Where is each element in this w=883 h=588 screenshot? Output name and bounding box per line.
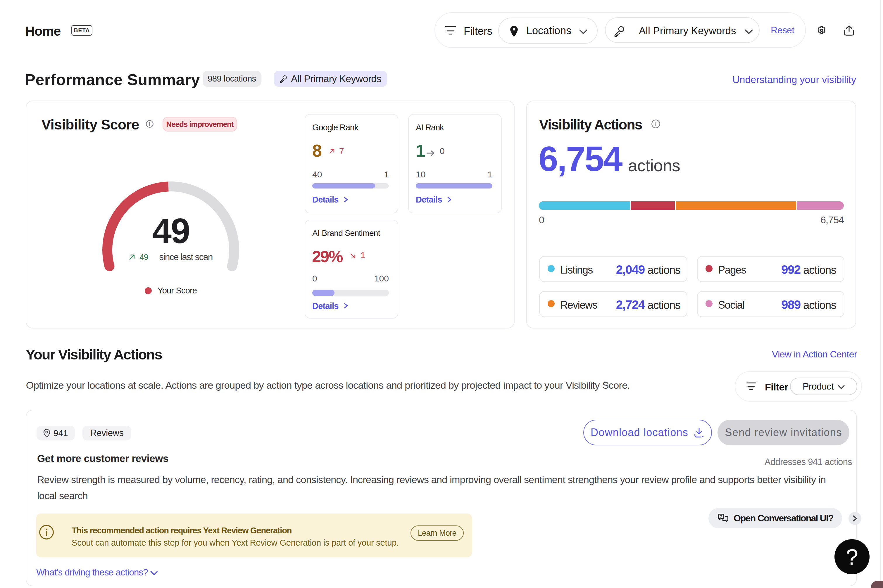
svg-text:?: ?	[719, 514, 722, 519]
